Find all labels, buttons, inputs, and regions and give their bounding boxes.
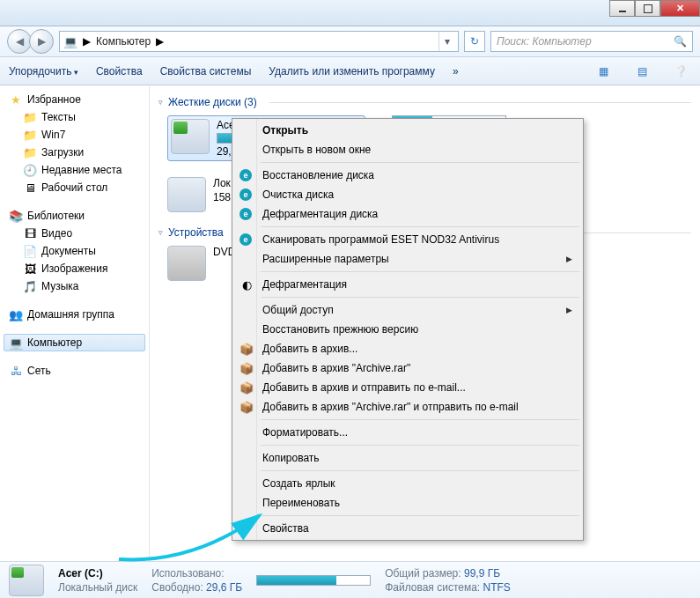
- tree-lib-music[interactable]: 🎵Музыка: [4, 277, 145, 295]
- drive-icon: [167, 177, 206, 212]
- ctx-archive-rar-email[interactable]: 📦Добавить в архив "Archive.rar" и отправ…: [234, 397, 581, 417]
- close-button[interactable]: [660, 0, 700, 17]
- computer-icon: 💻: [63, 34, 77, 48]
- eset-icon: e: [239, 208, 252, 220]
- defrag-icon: ◐: [239, 277, 254, 292]
- desktop-icon: 🖥: [23, 181, 37, 195]
- ctx-restore-previous[interactable]: Восстановить прежнюю версию: [234, 320, 581, 339]
- help-button[interactable]: ❔: [670, 62, 691, 81]
- eset-icon: e: [239, 233, 252, 246]
- address-dropdown[interactable]: ▾: [438, 32, 454, 51]
- search-placeholder: Поиск: Компьютер: [497, 35, 592, 48]
- tree-fav-recent[interactable]: 🕘Недавние места: [4, 161, 145, 179]
- ctx-copy[interactable]: Копировать: [234, 448, 581, 468]
- titlebar: [0, 0, 700, 26]
- recent-icon: 🕘: [23, 163, 37, 177]
- documents-icon: 📄: [23, 244, 37, 258]
- tree-lib-docs[interactable]: 📄Документы: [4, 242, 145, 260]
- maximize-button[interactable]: [635, 0, 660, 17]
- folder-icon: 📁: [23, 110, 37, 124]
- status-fs-value: NTFS: [483, 581, 511, 594]
- ctx-add-to-archive[interactable]: 📦Добавить в архив...: [234, 339, 581, 358]
- tree-libraries[interactable]: 📚Библиотеки: [4, 207, 145, 225]
- winrar-icon: 📦: [239, 342, 254, 356]
- star-icon: ★: [9, 92, 23, 107]
- status-usage-bar: [256, 575, 371, 586]
- toolbar-uninstall[interactable]: Удалить или изменить программу: [269, 65, 435, 78]
- ctx-open-new-window[interactable]: Открыть в новом окне: [234, 140, 581, 159]
- category-hdd[interactable]: ▿Жесткие диски (3): [158, 96, 691, 108]
- tree-lib-video[interactable]: 🎞Видео: [4, 225, 145, 242]
- ctx-format[interactable]: Форматировать...: [234, 423, 581, 442]
- winrar-icon: 📦: [239, 361, 254, 375]
- status-drive-icon: [9, 565, 44, 596]
- status-free-label: Свободно:: [151, 581, 203, 594]
- tree-fav-desktop[interactable]: 🖥Рабочий стол: [4, 179, 145, 196]
- back-button[interactable]: ◀: [7, 29, 32, 54]
- view-button[interactable]: ▦: [593, 62, 614, 81]
- status-total-value: 99,9 ГБ: [464, 567, 500, 580]
- tree-computer[interactable]: 💻Компьютер: [4, 334, 145, 351]
- ctx-rename[interactable]: Переименовать: [234, 493, 581, 513]
- toolbar-overflow[interactable]: »: [453, 65, 459, 78]
- eset-icon: e: [239, 169, 252, 181]
- minimize-button[interactable]: [609, 0, 635, 17]
- network-icon: 🖧: [9, 364, 23, 378]
- ctx-cleanup-disk[interactable]: eОчистка диска: [234, 185, 581, 204]
- dvd-icon: [167, 246, 206, 281]
- collapse-icon: ▿: [158, 228, 163, 237]
- tree-network[interactable]: 🖧Сеть: [4, 362, 145, 380]
- collapse-icon: ▿: [158, 98, 163, 107]
- ctx-restore-disk[interactable]: eВосстановление диска: [234, 166, 581, 185]
- ctx-open[interactable]: Открыть: [234, 121, 581, 140]
- tree-favorites[interactable]: ★Избранное: [4, 91, 145, 108]
- organize-menu[interactable]: Упорядочить: [9, 65, 78, 78]
- ctx-create-shortcut[interactable]: Создать ярлык: [234, 474, 581, 493]
- status-drive-name: Acer (C:): [58, 567, 137, 580]
- nav-row: ◀ ▶ 💻 ▶ Компьютер ▶ ▾ ↻ Поиск: Компьютер…: [0, 26, 700, 57]
- tree-fav-texts[interactable]: 📁Тексты: [4, 108, 145, 126]
- address-bar[interactable]: 💻 ▶ Компьютер ▶ ▾: [59, 31, 459, 52]
- eset-icon: e: [239, 188, 252, 201]
- status-total-label: Общий размер:: [385, 567, 461, 580]
- homegroup-icon: 👥: [9, 307, 23, 321]
- ctx-advanced-options[interactable]: Расширенные параметры: [234, 249, 581, 269]
- ctx-defrag[interactable]: ◐Дефрагментация: [234, 275, 581, 294]
- refresh-button[interactable]: ↻: [464, 31, 485, 52]
- tree-lib-pictures[interactable]: 🖼Изображения: [4, 260, 145, 277]
- breadcrumb-computer[interactable]: Компьютер: [96, 35, 151, 48]
- ctx-archive-email[interactable]: 📦Добавить в архив и отправить по e-mail.…: [234, 378, 581, 397]
- pictures-icon: 🖼: [23, 262, 37, 276]
- tree-fav-win7[interactable]: 📁Win7: [4, 126, 145, 144]
- toolbar-properties[interactable]: Свойства: [96, 65, 143, 78]
- music-icon: 🎵: [23, 279, 37, 293]
- breadcrumb-arrow[interactable]: ▶: [156, 35, 164, 48]
- tree-fav-downloads[interactable]: 📁Загрузки: [4, 144, 145, 161]
- status-drive-type: Локальный диск: [58, 581, 137, 594]
- ctx-add-to-archive-rar[interactable]: 📦Добавить в архив "Archive.rar": [234, 358, 581, 378]
- tree-homegroup[interactable]: 👥Домашняя группа: [4, 306, 145, 323]
- breadcrumb-root-arrow[interactable]: ▶: [83, 35, 91, 48]
- winrar-icon: 📦: [239, 400, 254, 414]
- preview-pane-button[interactable]: ▤: [631, 62, 652, 81]
- status-fs-label: Файловая система:: [385, 581, 480, 594]
- status-free-value: 29,6 ГБ: [206, 581, 242, 594]
- drive-icon: [171, 119, 210, 154]
- forward-button[interactable]: ▶: [29, 29, 54, 54]
- winrar-icon: 📦: [239, 380, 254, 395]
- ctx-properties[interactable]: Свойства: [234, 519, 581, 538]
- search-icon: 🔍: [674, 35, 687, 48]
- libraries-icon: 📚: [9, 209, 23, 223]
- drive-d-sub: 158: [213, 191, 231, 203]
- ctx-defrag-disk[interactable]: eДефрагментация диска: [234, 204, 581, 224]
- status-bar: Acer (C:) Локальный диск Использовано: С…: [0, 561, 700, 598]
- ctx-scan-eset[interactable]: eСканировать программой ESET NOD32 Antiv…: [234, 230, 581, 249]
- nav-tree: ★Избранное 📁Тексты 📁Win7 📁Загрузки 🕘Неда…: [0, 85, 150, 561]
- toolbar-system-properties[interactable]: Свойства системы: [160, 65, 252, 78]
- drive-d-name: Лок: [213, 177, 231, 189]
- search-box[interactable]: Поиск: Компьютер 🔍: [490, 31, 693, 52]
- status-used-label: Использовано:: [151, 567, 224, 580]
- ctx-sharing[interactable]: Общий доступ: [234, 300, 581, 320]
- video-icon: 🎞: [23, 226, 37, 240]
- computer-icon: 💻: [9, 336, 23, 350]
